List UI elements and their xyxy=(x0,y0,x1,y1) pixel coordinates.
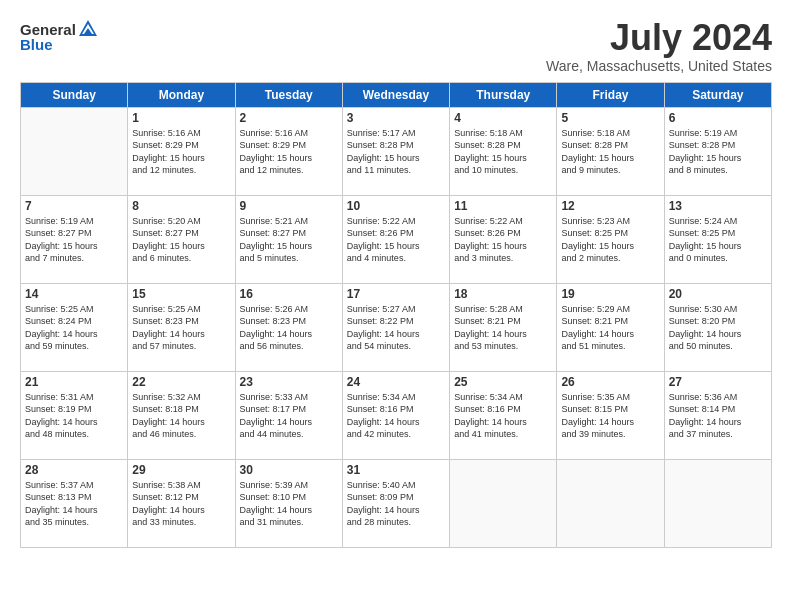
day-number: 2 xyxy=(240,111,338,125)
header-row: SundayMondayTuesdayWednesdayThursdayFrid… xyxy=(21,82,772,107)
day-info: Sunrise: 5:20 AM Sunset: 8:27 PM Dayligh… xyxy=(132,215,230,265)
week-row-2: 14Sunrise: 5:25 AM Sunset: 8:24 PM Dayli… xyxy=(21,283,772,371)
logo-blue: Blue xyxy=(20,36,53,53)
day-number: 31 xyxy=(347,463,445,477)
calendar: SundayMondayTuesdayWednesdayThursdayFrid… xyxy=(20,82,772,548)
day-number: 12 xyxy=(561,199,659,213)
header-day-thursday: Thursday xyxy=(450,82,557,107)
day-info: Sunrise: 5:22 AM Sunset: 8:26 PM Dayligh… xyxy=(454,215,552,265)
calendar-cell: 30Sunrise: 5:39 AM Sunset: 8:10 PM Dayli… xyxy=(235,459,342,547)
day-info: Sunrise: 5:33 AM Sunset: 8:17 PM Dayligh… xyxy=(240,391,338,441)
day-info: Sunrise: 5:36 AM Sunset: 8:14 PM Dayligh… xyxy=(669,391,767,441)
day-info: Sunrise: 5:32 AM Sunset: 8:18 PM Dayligh… xyxy=(132,391,230,441)
calendar-cell: 11Sunrise: 5:22 AM Sunset: 8:26 PM Dayli… xyxy=(450,195,557,283)
day-number: 20 xyxy=(669,287,767,301)
day-info: Sunrise: 5:24 AM Sunset: 8:25 PM Dayligh… xyxy=(669,215,767,265)
day-info: Sunrise: 5:18 AM Sunset: 8:28 PM Dayligh… xyxy=(454,127,552,177)
header: General Blue July 2024 Ware, Massachuset… xyxy=(20,18,772,74)
day-info: Sunrise: 5:21 AM Sunset: 8:27 PM Dayligh… xyxy=(240,215,338,265)
calendar-cell: 10Sunrise: 5:22 AM Sunset: 8:26 PM Dayli… xyxy=(342,195,449,283)
day-number: 24 xyxy=(347,375,445,389)
week-row-1: 7Sunrise: 5:19 AM Sunset: 8:27 PM Daylig… xyxy=(21,195,772,283)
calendar-cell: 7Sunrise: 5:19 AM Sunset: 8:27 PM Daylig… xyxy=(21,195,128,283)
calendar-cell: 26Sunrise: 5:35 AM Sunset: 8:15 PM Dayli… xyxy=(557,371,664,459)
day-number: 16 xyxy=(240,287,338,301)
day-info: Sunrise: 5:16 AM Sunset: 8:29 PM Dayligh… xyxy=(240,127,338,177)
logo: General Blue xyxy=(20,18,100,53)
calendar-cell: 24Sunrise: 5:34 AM Sunset: 8:16 PM Dayli… xyxy=(342,371,449,459)
calendar-cell: 29Sunrise: 5:38 AM Sunset: 8:12 PM Dayli… xyxy=(128,459,235,547)
calendar-cell: 16Sunrise: 5:26 AM Sunset: 8:23 PM Dayli… xyxy=(235,283,342,371)
calendar-cell xyxy=(450,459,557,547)
calendar-cell: 17Sunrise: 5:27 AM Sunset: 8:22 PM Dayli… xyxy=(342,283,449,371)
day-number: 3 xyxy=(347,111,445,125)
calendar-cell: 2Sunrise: 5:16 AM Sunset: 8:29 PM Daylig… xyxy=(235,107,342,195)
calendar-cell: 23Sunrise: 5:33 AM Sunset: 8:17 PM Dayli… xyxy=(235,371,342,459)
calendar-cell: 5Sunrise: 5:18 AM Sunset: 8:28 PM Daylig… xyxy=(557,107,664,195)
calendar-cell: 14Sunrise: 5:25 AM Sunset: 8:24 PM Dayli… xyxy=(21,283,128,371)
subtitle: Ware, Massachusetts, United States xyxy=(546,58,772,74)
day-number: 27 xyxy=(669,375,767,389)
day-number: 21 xyxy=(25,375,123,389)
calendar-cell: 19Sunrise: 5:29 AM Sunset: 8:21 PM Dayli… xyxy=(557,283,664,371)
day-number: 8 xyxy=(132,199,230,213)
day-info: Sunrise: 5:28 AM Sunset: 8:21 PM Dayligh… xyxy=(454,303,552,353)
day-info: Sunrise: 5:34 AM Sunset: 8:16 PM Dayligh… xyxy=(454,391,552,441)
day-number: 14 xyxy=(25,287,123,301)
day-info: Sunrise: 5:34 AM Sunset: 8:16 PM Dayligh… xyxy=(347,391,445,441)
day-info: Sunrise: 5:31 AM Sunset: 8:19 PM Dayligh… xyxy=(25,391,123,441)
calendar-cell: 20Sunrise: 5:30 AM Sunset: 8:20 PM Dayli… xyxy=(664,283,771,371)
header-day-tuesday: Tuesday xyxy=(235,82,342,107)
calendar-cell: 31Sunrise: 5:40 AM Sunset: 8:09 PM Dayli… xyxy=(342,459,449,547)
day-info: Sunrise: 5:23 AM Sunset: 8:25 PM Dayligh… xyxy=(561,215,659,265)
header-day-saturday: Saturday xyxy=(664,82,771,107)
day-info: Sunrise: 5:40 AM Sunset: 8:09 PM Dayligh… xyxy=(347,479,445,529)
day-number: 30 xyxy=(240,463,338,477)
day-number: 28 xyxy=(25,463,123,477)
day-info: Sunrise: 5:27 AM Sunset: 8:22 PM Dayligh… xyxy=(347,303,445,353)
week-row-3: 21Sunrise: 5:31 AM Sunset: 8:19 PM Dayli… xyxy=(21,371,772,459)
calendar-cell xyxy=(664,459,771,547)
day-number: 29 xyxy=(132,463,230,477)
week-row-0: 1Sunrise: 5:16 AM Sunset: 8:29 PM Daylig… xyxy=(21,107,772,195)
day-info: Sunrise: 5:26 AM Sunset: 8:23 PM Dayligh… xyxy=(240,303,338,353)
calendar-cell: 25Sunrise: 5:34 AM Sunset: 8:16 PM Dayli… xyxy=(450,371,557,459)
day-info: Sunrise: 5:29 AM Sunset: 8:21 PM Dayligh… xyxy=(561,303,659,353)
day-number: 19 xyxy=(561,287,659,301)
day-number: 13 xyxy=(669,199,767,213)
day-info: Sunrise: 5:17 AM Sunset: 8:28 PM Dayligh… xyxy=(347,127,445,177)
day-info: Sunrise: 5:19 AM Sunset: 8:28 PM Dayligh… xyxy=(669,127,767,177)
calendar-cell: 15Sunrise: 5:25 AM Sunset: 8:23 PM Dayli… xyxy=(128,283,235,371)
calendar-cell: 13Sunrise: 5:24 AM Sunset: 8:25 PM Dayli… xyxy=(664,195,771,283)
day-info: Sunrise: 5:16 AM Sunset: 8:29 PM Dayligh… xyxy=(132,127,230,177)
calendar-cell: 22Sunrise: 5:32 AM Sunset: 8:18 PM Dayli… xyxy=(128,371,235,459)
day-info: Sunrise: 5:38 AM Sunset: 8:12 PM Dayligh… xyxy=(132,479,230,529)
page: General Blue July 2024 Ware, Massachuset… xyxy=(0,0,792,612)
day-info: Sunrise: 5:39 AM Sunset: 8:10 PM Dayligh… xyxy=(240,479,338,529)
day-info: Sunrise: 5:37 AM Sunset: 8:13 PM Dayligh… xyxy=(25,479,123,529)
calendar-cell: 28Sunrise: 5:37 AM Sunset: 8:13 PM Dayli… xyxy=(21,459,128,547)
day-info: Sunrise: 5:25 AM Sunset: 8:24 PM Dayligh… xyxy=(25,303,123,353)
day-number: 25 xyxy=(454,375,552,389)
day-number: 4 xyxy=(454,111,552,125)
calendar-body: 1Sunrise: 5:16 AM Sunset: 8:29 PM Daylig… xyxy=(21,107,772,547)
header-day-wednesday: Wednesday xyxy=(342,82,449,107)
title-section: July 2024 Ware, Massachusetts, United St… xyxy=(546,18,772,74)
calendar-cell: 1Sunrise: 5:16 AM Sunset: 8:29 PM Daylig… xyxy=(128,107,235,195)
day-number: 1 xyxy=(132,111,230,125)
calendar-cell: 9Sunrise: 5:21 AM Sunset: 8:27 PM Daylig… xyxy=(235,195,342,283)
main-title: July 2024 xyxy=(546,18,772,58)
day-info: Sunrise: 5:18 AM Sunset: 8:28 PM Dayligh… xyxy=(561,127,659,177)
day-number: 6 xyxy=(669,111,767,125)
day-number: 11 xyxy=(454,199,552,213)
calendar-cell xyxy=(21,107,128,195)
day-info: Sunrise: 5:30 AM Sunset: 8:20 PM Dayligh… xyxy=(669,303,767,353)
calendar-header: SundayMondayTuesdayWednesdayThursdayFrid… xyxy=(21,82,772,107)
day-number: 23 xyxy=(240,375,338,389)
calendar-cell xyxy=(557,459,664,547)
day-number: 7 xyxy=(25,199,123,213)
day-number: 17 xyxy=(347,287,445,301)
header-day-monday: Monday xyxy=(128,82,235,107)
day-number: 15 xyxy=(132,287,230,301)
calendar-cell: 27Sunrise: 5:36 AM Sunset: 8:14 PM Dayli… xyxy=(664,371,771,459)
